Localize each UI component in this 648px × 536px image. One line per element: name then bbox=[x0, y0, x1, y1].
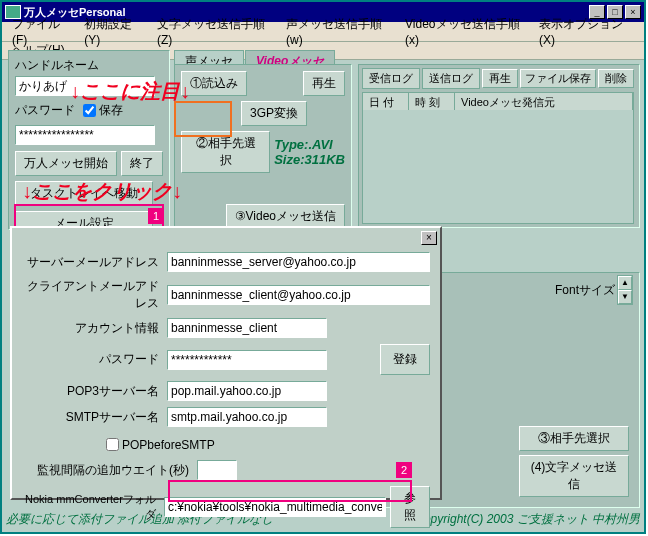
wait-input[interactable] bbox=[197, 460, 237, 480]
nokia-label: Nokia mmConverterフォルダ bbox=[22, 492, 164, 522]
client-mail-label: クライアントメールアドレス bbox=[22, 278, 167, 312]
convert-3gp-button[interactable]: 3GP変換 bbox=[241, 101, 307, 126]
menubar: ファイル(F) 初期設定(Y) 文字メッセ送信手順(Z) 声メッセ送信手順(w)… bbox=[2, 22, 644, 42]
tab-recv-log[interactable]: 受信ログ bbox=[362, 68, 420, 89]
replay-button[interactable]: 再生 bbox=[482, 69, 518, 88]
client-mail-input[interactable] bbox=[167, 285, 430, 305]
start-button[interactable]: 万人メッセ開始 bbox=[15, 151, 117, 176]
fontsize-scrollbar[interactable]: ▲ ▼ bbox=[617, 275, 633, 305]
handle-label: ハンドルネーム bbox=[15, 57, 163, 74]
read-button[interactable]: ①読込み bbox=[181, 71, 247, 96]
popbeforesmtp-checkbox[interactable]: POPbeforeSMTP bbox=[102, 435, 215, 454]
menu-init[interactable]: 初期設定(Y) bbox=[78, 14, 151, 49]
badge-2: 2 bbox=[396, 462, 412, 478]
smtp-label: SMTPサーバー名 bbox=[22, 409, 167, 426]
play-button[interactable]: 再生 bbox=[303, 71, 345, 96]
server-mail-label: サーバーメールアドレス bbox=[22, 254, 167, 271]
menu-voiceproc[interactable]: 声メッセ送信手順(w) bbox=[280, 14, 399, 49]
scroll-up-icon[interactable]: ▲ bbox=[618, 276, 632, 290]
browse-button[interactable]: 参照 bbox=[390, 486, 430, 528]
log-list-body[interactable] bbox=[362, 110, 634, 224]
wait-label: 監視間隔の追加ウエイト(秒) bbox=[22, 462, 197, 479]
tab-send-log[interactable]: 送信ログ bbox=[422, 68, 480, 89]
account-label: アカウント情報 bbox=[22, 320, 167, 337]
dlg-password-input[interactable] bbox=[167, 350, 327, 370]
select-dest-3-button[interactable]: ③相手先選択 bbox=[519, 426, 629, 451]
left-panel: ハンドルネーム パスワード 保存 万人メッセ開始 終了 タスクトレイへ移動 メー… bbox=[8, 50, 170, 230]
status-right: Copyright(C) 2003 ご支援ネット 中村州男 bbox=[415, 511, 640, 528]
pop3-label: POP3サーバー名 bbox=[22, 383, 167, 400]
size-info: Size:311KB bbox=[274, 152, 345, 167]
center-panel: ①読込み 再生 3GP変換 ②相手先選択 Type:.AVI Size:311K… bbox=[174, 64, 352, 228]
save-checkbox[interactable]: 保存 bbox=[79, 101, 123, 120]
select-dest-button[interactable]: ②相手先選択 bbox=[181, 131, 270, 173]
badge-1: 1 bbox=[148, 208, 164, 224]
smtp-input[interactable] bbox=[167, 407, 327, 427]
quit-button[interactable]: 終了 bbox=[121, 151, 163, 176]
savefile-button[interactable]: ファイル保存 bbox=[520, 69, 596, 88]
delete-button[interactable]: 削除 bbox=[598, 69, 634, 88]
tray-button[interactable]: タスクトレイへ移動 bbox=[15, 181, 153, 206]
fontsize-label: Fontサイズ bbox=[555, 282, 615, 299]
account-input[interactable] bbox=[167, 318, 327, 338]
right-tabs: 受信ログ 送信ログ 再生 ファイル保存 削除 bbox=[362, 68, 634, 89]
password-input[interactable] bbox=[15, 125, 155, 145]
password-label: パスワード bbox=[15, 102, 75, 119]
menu-viewopt[interactable]: 表示オプション(X) bbox=[533, 14, 640, 49]
pop3-input[interactable] bbox=[167, 381, 327, 401]
mail-settings-dialog: × サーバーメールアドレス クライアントメールアドレス アカウント情報 パスワー… bbox=[10, 226, 442, 500]
server-mail-input[interactable] bbox=[167, 252, 430, 272]
type-info: Type:.AVI bbox=[274, 137, 345, 152]
register-button[interactable]: 登録 bbox=[380, 344, 430, 375]
send-text-4-button[interactable]: (4)文字メッセ送信 bbox=[519, 455, 629, 497]
dialog-close-button[interactable]: × bbox=[421, 231, 437, 245]
nokia-input[interactable] bbox=[164, 497, 386, 517]
scroll-down-icon[interactable]: ▼ bbox=[618, 290, 632, 304]
menu-videoproc[interactable]: Videoメッセ送信手順(x) bbox=[399, 14, 533, 49]
dlg-password-label: パスワード bbox=[22, 351, 167, 368]
menu-textproc[interactable]: 文字メッセ送信手順(Z) bbox=[151, 14, 280, 49]
handle-input[interactable] bbox=[15, 76, 155, 96]
